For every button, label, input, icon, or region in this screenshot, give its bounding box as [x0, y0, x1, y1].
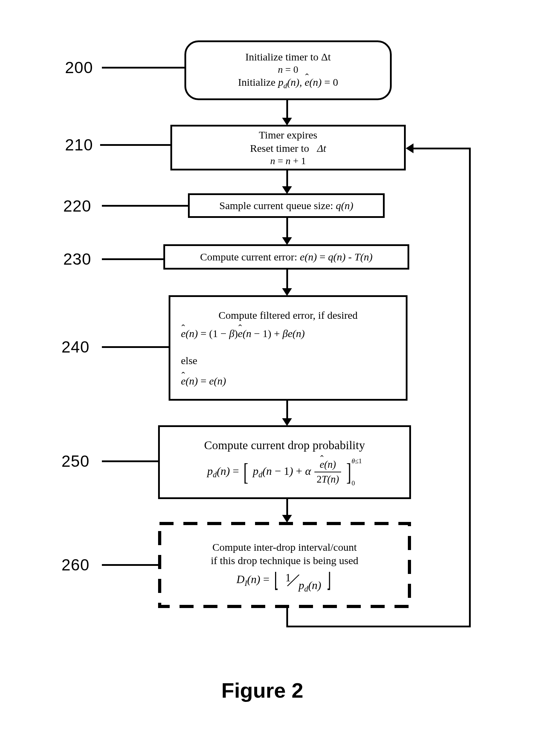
arrowhead-200-210	[282, 118, 292, 125]
arrow-240-250	[286, 401, 288, 420]
step-210-line3: n = n + 1	[270, 155, 306, 167]
feedback-seg-down	[286, 608, 288, 626]
leader-200	[102, 67, 184, 69]
step-240-else: else	[181, 354, 197, 367]
arrow-200-210	[286, 100, 288, 119]
step-240-line1: Compute filtered error, if desired	[219, 309, 358, 322]
step-220-text: Sample current queue size: q(n)	[219, 199, 353, 212]
step-240-eq2: e(n) = e(n)	[181, 374, 226, 388]
arrow-210-220	[286, 170, 288, 188]
arrowhead-210-220	[282, 186, 292, 194]
feedback-seg-left	[413, 148, 471, 149]
step-250-eq: pd(n) = [ pd(n − 1) + α e(n) 2T(n) ]θ≤10	[207, 458, 362, 486]
leader-220	[102, 205, 188, 207]
step-200-line3: Initialize pd(n), e(n) = 0	[238, 76, 338, 90]
feedback-seg-up	[469, 148, 471, 627]
feedback-arrowhead	[406, 143, 413, 153]
step-210-line2: Reset timer to Δt	[250, 142, 326, 155]
leader-210	[100, 144, 170, 146]
arrowhead-240-250	[282, 418, 292, 426]
arrow-230-240	[286, 270, 288, 291]
arrow-220-230	[286, 218, 288, 239]
step-250-line1: Compute current drop probability	[204, 438, 365, 453]
label-210: 210	[65, 135, 93, 154]
step-260-inter-drop: Compute inter-drop interval/count if thi…	[158, 522, 411, 608]
step-220-sample: Sample current queue size: q(n)	[188, 193, 385, 218]
arrowhead-230-240	[282, 288, 292, 296]
label-230: 230	[63, 250, 91, 269]
dashed-border-svg	[158, 522, 411, 608]
leader-260	[102, 564, 158, 566]
step-200-line2: n = 0	[278, 63, 298, 76]
step-250-drop-probability: Compute current drop probability pd(n) =…	[158, 425, 411, 499]
step-230-error: Compute current error: e(n) = q(n) - T(n…	[163, 244, 409, 270]
feedback-seg-right	[286, 626, 469, 627]
step-200-line1: Initialize timer to Δt	[245, 50, 331, 64]
arrowhead-220-230	[282, 237, 292, 245]
svg-rect-0	[159, 523, 410, 607]
label-200: 200	[65, 58, 93, 77]
leader-250	[102, 460, 158, 462]
label-260: 260	[61, 555, 90, 574]
label-250: 250	[61, 452, 90, 471]
step-230-text: Compute current error: e(n) = q(n) - T(n…	[200, 250, 373, 264]
label-240: 240	[61, 337, 90, 356]
arrowhead-250-260	[282, 515, 292, 523]
figure-caption: Figure 2	[221, 678, 303, 703]
step-200-initialize: Initialize timer to Δt n = 0 Initialize …	[184, 40, 392, 100]
step-240-eq1: e(n) = (1 − β)e(n − 1) + βe(n)	[181, 327, 305, 340]
leader-240	[102, 346, 169, 348]
step-210-line1: Timer expires	[259, 128, 317, 142]
leader-230	[102, 258, 163, 260]
arrow-250-260	[286, 499, 288, 517]
step-210-timer: Timer expires Reset timer to Δt n = n + …	[170, 125, 406, 170]
label-220: 220	[63, 196, 91, 215]
flowchart-canvas: 200 210 220 230 240 250 260 Initialize t…	[0, 0, 554, 756]
step-240-filtered-error: Compute filtered error, if desired e(n) …	[169, 295, 408, 401]
